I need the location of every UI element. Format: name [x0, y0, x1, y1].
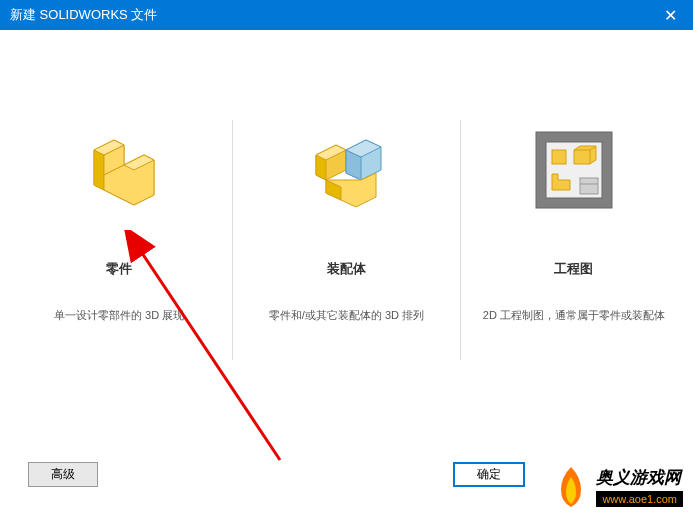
watermark: 奥义游戏网 www.aoe1.com	[551, 462, 683, 510]
part-icon	[69, 120, 169, 220]
ok-button[interactable]: 确定	[453, 462, 525, 487]
svg-rect-3	[580, 178, 598, 194]
titlebar: 新建 SOLIDWORKS 文件 ✕	[0, 0, 693, 30]
option-part-title: 零件	[106, 260, 132, 278]
window-title: 新建 SOLIDWORKS 文件	[10, 6, 157, 24]
drawing-icon	[524, 120, 624, 220]
watermark-url: www.aoe1.com	[596, 491, 683, 507]
option-assembly-title: 装配体	[327, 260, 366, 278]
advanced-button[interactable]: 高级	[28, 462, 98, 487]
divider	[460, 120, 461, 360]
option-part-desc: 单一设计零部件的 3D 展现	[54, 308, 184, 323]
option-part[interactable]: 零件 单一设计零部件的 3D 展现	[14, 110, 224, 360]
option-assembly-desc: 零件和/或其它装配体的 3D 排列	[269, 308, 424, 323]
document-type-options: 零件 单一设计零部件的 3D 展现 装配体 零件和/或其它装配体的 3D 排列	[0, 30, 693, 360]
close-icon: ✕	[664, 6, 677, 25]
option-assembly[interactable]: 装配体 零件和/或其它装配体的 3D 排列	[241, 110, 451, 360]
svg-rect-2	[552, 150, 566, 164]
watermark-title: 奥义游戏网	[596, 466, 681, 489]
close-button[interactable]: ✕	[648, 0, 693, 30]
divider	[232, 120, 233, 360]
watermark-logo-icon	[551, 462, 591, 510]
option-drawing-title: 工程图	[554, 260, 593, 278]
assembly-icon	[296, 120, 396, 220]
option-drawing[interactable]: 工程图 2D 工程制图，通常属于零件或装配体	[469, 110, 679, 360]
option-drawing-desc: 2D 工程制图，通常属于零件或装配体	[483, 308, 665, 323]
